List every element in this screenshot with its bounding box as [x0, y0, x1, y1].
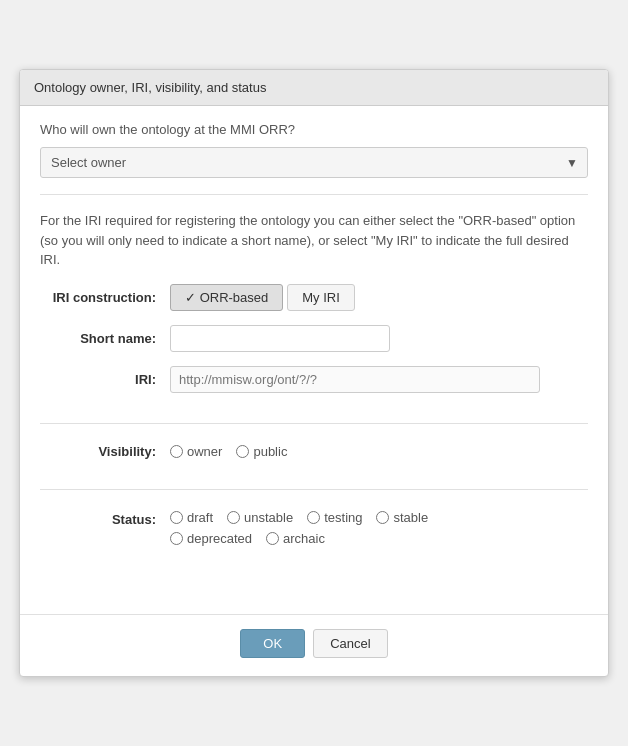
status-stable-label: stable: [393, 510, 428, 525]
status-draft-option[interactable]: draft: [170, 510, 213, 525]
short-name-label: Short name:: [40, 331, 170, 346]
status-testing-option[interactable]: testing: [307, 510, 362, 525]
status-row: Status: draft unstable testi: [40, 510, 588, 552]
status-archaic-radio[interactable]: [266, 532, 279, 545]
status-line-2: deprecated archaic: [170, 531, 428, 546]
visibility-public-label: public: [253, 444, 287, 459]
visibility-owner-label: owner: [187, 444, 222, 459]
iri-info-text: For the IRI required for registering the…: [40, 211, 588, 270]
owner-select[interactable]: Select owner: [40, 147, 588, 178]
dialog-body: Who will own the ontology at the MMI ORR…: [20, 106, 608, 614]
status-testing-radio[interactable]: [307, 511, 320, 524]
owner-section: Who will own the ontology at the MMI ORR…: [40, 122, 588, 195]
status-deprecated-label: deprecated: [187, 531, 252, 546]
iri-info-section: For the IRI required for registering the…: [40, 211, 588, 424]
visibility-owner-radio[interactable]: [170, 445, 183, 458]
visibility-section: Visibility: owner public: [40, 440, 588, 490]
visibility-radio-group: owner public: [170, 444, 287, 459]
orr-based-button[interactable]: ORR-based: [170, 284, 283, 311]
short-name-row: Short name:: [40, 325, 588, 352]
iri-row: IRI:: [40, 366, 588, 393]
iri-btn-group: ORR-based My IRI: [170, 284, 355, 311]
status-options: draft unstable testing stable: [170, 510, 428, 552]
iri-construction-label: IRI construction:: [40, 290, 170, 305]
visibility-row: Visibility: owner public: [40, 444, 588, 459]
status-draft-label: draft: [187, 510, 213, 525]
visibility-label: Visibility:: [40, 444, 170, 459]
ok-button[interactable]: OK: [240, 629, 305, 658]
status-testing-label: testing: [324, 510, 362, 525]
status-deprecated-option[interactable]: deprecated: [170, 531, 252, 546]
status-line-1: draft unstable testing stable: [170, 510, 428, 525]
iri-label: IRI:: [40, 372, 170, 387]
ontology-dialog: Ontology owner, IRI, visibility, and sta…: [19, 69, 609, 677]
iri-construction-row: IRI construction: ORR-based My IRI: [40, 284, 588, 311]
visibility-public-option[interactable]: public: [236, 444, 287, 459]
my-iri-button[interactable]: My IRI: [287, 284, 355, 311]
short-name-input[interactable]: [170, 325, 390, 352]
cancel-button[interactable]: Cancel: [313, 629, 387, 658]
owner-question: Who will own the ontology at the MMI ORR…: [40, 122, 588, 137]
dialog-footer: OK Cancel: [20, 614, 608, 676]
status-archaic-label: archaic: [283, 531, 325, 546]
visibility-owner-option[interactable]: owner: [170, 444, 222, 459]
dialog-header: Ontology owner, IRI, visibility, and sta…: [20, 70, 608, 106]
status-unstable-option[interactable]: unstable: [227, 510, 293, 525]
status-deprecated-radio[interactable]: [170, 532, 183, 545]
status-unstable-label: unstable: [244, 510, 293, 525]
iri-input[interactable]: [170, 366, 540, 393]
dialog-title: Ontology owner, IRI, visibility, and sta…: [34, 80, 266, 95]
status-label: Status:: [40, 510, 170, 527]
status-stable-option[interactable]: stable: [376, 510, 428, 525]
visibility-public-radio[interactable]: [236, 445, 249, 458]
status-unstable-radio[interactable]: [227, 511, 240, 524]
status-section: Status: draft unstable testi: [40, 506, 588, 582]
status-draft-radio[interactable]: [170, 511, 183, 524]
status-archaic-option[interactable]: archaic: [266, 531, 325, 546]
owner-select-wrapper: Select owner ▼: [40, 147, 588, 178]
status-stable-radio[interactable]: [376, 511, 389, 524]
